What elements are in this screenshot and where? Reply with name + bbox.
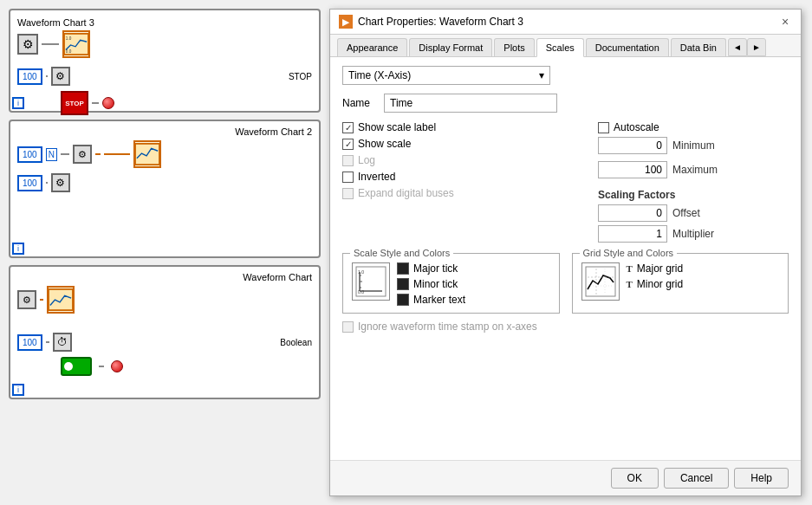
log-text: Log bbox=[358, 154, 375, 166]
major-grid-t-marker: T bbox=[627, 263, 633, 274]
log-checkbox[interactable] bbox=[342, 155, 354, 166]
minimum-row: Minimum bbox=[598, 137, 789, 154]
axis-dropdown[interactable]: Time (X-Axis) ▾ bbox=[342, 66, 550, 85]
marker-text-text: Marker text bbox=[413, 294, 465, 306]
minor-grid-text: Minor grid bbox=[637, 278, 683, 290]
multiplier-row: Multiplier bbox=[598, 225, 789, 243]
tab-display-format[interactable]: Display Format bbox=[409, 38, 492, 56]
show-scale-label-checkbox[interactable] bbox=[342, 122, 354, 133]
close-button[interactable]: × bbox=[778, 15, 792, 29]
axis-select-row: Time (X-Axis) ▾ bbox=[342, 66, 789, 85]
diagram1-title: Waveform Chart 3 bbox=[17, 17, 312, 28]
n-node: N bbox=[46, 148, 57, 161]
svg-text:1.0: 1.0 bbox=[358, 269, 364, 275]
show-scale-checkbox[interactable] bbox=[342, 139, 354, 150]
maximum-row: Maximum bbox=[598, 161, 789, 178]
minor-tick-text: Minor tick bbox=[413, 278, 458, 290]
ignore-checkbox[interactable] bbox=[342, 321, 354, 333]
dialog-title-text: Chart Properties: Waveform Chart 3 bbox=[358, 16, 523, 28]
marker-text-color[interactable] bbox=[397, 294, 409, 306]
help-button[interactable]: Help bbox=[734, 468, 789, 489]
chart-properties-dialog: ▶ Chart Properties: Waveform Chart 3 × A… bbox=[329, 9, 802, 496]
show-scale-text: Show scale bbox=[358, 138, 411, 150]
autoscale-checkbox[interactable] bbox=[598, 122, 609, 133]
marker-text-row: Marker text bbox=[397, 294, 465, 306]
tab-plots[interactable]: Plots bbox=[494, 38, 534, 56]
major-tick-row: Major tick bbox=[397, 262, 465, 275]
node-100-2: 100 bbox=[17, 146, 42, 163]
tick-rows: Major tick Minor tick Marker text bbox=[397, 262, 465, 306]
diagram-box-3: Waveform Chart ⚙ 100 ⏱ Boolean bbox=[9, 265, 321, 399]
minor-grid-row: T Minor grid bbox=[627, 278, 684, 290]
grid-preview bbox=[581, 262, 620, 301]
diagram-box-1: Waveform Chart 3 ⚙ 1.0 0.0 100 ⚙ bbox=[9, 9, 321, 113]
dialog-titlebar: ▶ Chart Properties: Waveform Chart 3 × bbox=[330, 10, 801, 35]
node-100-1: 100 bbox=[17, 68, 42, 85]
multiplier-input[interactable] bbox=[598, 225, 667, 243]
chart-icon-1: 1.0 0.0 bbox=[62, 30, 90, 58]
expand-buses-checkbox[interactable] bbox=[342, 188, 354, 199]
grid-style-section: Grid Style and Colors bbox=[572, 253, 789, 314]
gear-icon-1: ⚙ bbox=[17, 34, 38, 55]
axis-dropdown-value: Time (X-Axis) bbox=[348, 69, 411, 81]
node-100-3: 100 bbox=[17, 175, 42, 191]
grid-style-legend: Grid Style and Colors bbox=[580, 248, 678, 258]
minimum-label: Minimum bbox=[672, 139, 715, 152]
ok-button[interactable]: OK bbox=[611, 468, 659, 489]
stop-button[interactable]: STOP bbox=[61, 91, 88, 115]
autoscale-row: Autoscale bbox=[598, 121, 789, 133]
minimum-input[interactable] bbox=[598, 137, 667, 154]
left-panel: Waveform Chart 3 ⚙ 1.0 0.0 100 ⚙ bbox=[9, 9, 321, 496]
major-tick-text: Major tick bbox=[413, 262, 458, 275]
gear-icon-2: ⚙ bbox=[51, 67, 70, 86]
inverted-checkbox[interactable] bbox=[342, 172, 354, 183]
offset-label: Offset bbox=[672, 207, 700, 219]
title-icon: ▶ bbox=[339, 15, 353, 29]
tab-scales[interactable]: Scales bbox=[536, 38, 584, 57]
chart-icon-3 bbox=[47, 286, 75, 314]
major-grid-text: Major grid bbox=[637, 262, 683, 275]
gear-icon-6: ⏱ bbox=[53, 333, 72, 352]
offset-input[interactable] bbox=[598, 204, 667, 222]
axis-dropdown-arrow: ▾ bbox=[539, 69, 544, 81]
svg-text:0.0: 0.0 bbox=[66, 49, 72, 54]
name-input[interactable] bbox=[384, 94, 557, 113]
scale-style-legend: Scale Style and Colors bbox=[350, 248, 453, 258]
bottom-sections: Scale Style and Colors 1.0 0.0 bbox=[342, 253, 789, 314]
node-100-4: 100 bbox=[17, 334, 42, 351]
expand-buses-text: Expand digital buses bbox=[358, 187, 454, 199]
tab-arrow-right[interactable]: ► bbox=[747, 38, 766, 56]
inverted-row: Inverted bbox=[342, 171, 581, 183]
maximum-input[interactable] bbox=[598, 161, 667, 178]
gear-icon-5: ⚙ bbox=[17, 290, 36, 309]
svg-text:1.0: 1.0 bbox=[66, 36, 72, 41]
maximum-label: Maximum bbox=[672, 164, 718, 176]
show-scale-row: Show scale bbox=[342, 138, 581, 150]
corner-info-3: i bbox=[12, 384, 24, 396]
expand-buses-row: Expand digital buses bbox=[342, 187, 581, 199]
log-row: Log bbox=[342, 154, 581, 166]
autoscale-text: Autoscale bbox=[614, 121, 659, 133]
led-red-2 bbox=[111, 360, 123, 372]
minor-tick-row: Minor tick bbox=[397, 278, 465, 290]
bool-node bbox=[61, 357, 92, 376]
stop-label: STOP bbox=[289, 72, 312, 81]
show-scale-label-row: Show scale label bbox=[342, 121, 581, 133]
tab-appearance[interactable]: Appearance bbox=[337, 38, 407, 56]
multiplier-label: Multiplier bbox=[672, 228, 714, 240]
corner-info-2: i bbox=[12, 243, 24, 255]
cancel-button[interactable]: Cancel bbox=[664, 468, 729, 489]
tab-arrow-left[interactable]: ◄ bbox=[728, 38, 747, 56]
diagram-box-2: Waveform Chart 2 100 N ⚙ 100 ⚙ bbox=[9, 120, 321, 258]
dialog-title-left: ▶ Chart Properties: Waveform Chart 3 bbox=[339, 15, 523, 29]
major-tick-color[interactable] bbox=[397, 262, 409, 275]
tab-documentation[interactable]: Documentation bbox=[586, 38, 669, 56]
show-scale-label-text: Show scale label bbox=[358, 121, 436, 133]
minor-tick-color[interactable] bbox=[397, 278, 409, 290]
tab-data-bin[interactable]: Data Bin bbox=[671, 38, 726, 56]
name-row: Name bbox=[342, 94, 789, 113]
svg-rect-4 bbox=[49, 289, 73, 310]
ignore-row: Ignore waveform time stamp on x-axes bbox=[342, 320, 789, 333]
scaling-factors-header: Scaling Factors bbox=[598, 189, 789, 201]
major-grid-row: T Major grid bbox=[627, 262, 684, 275]
